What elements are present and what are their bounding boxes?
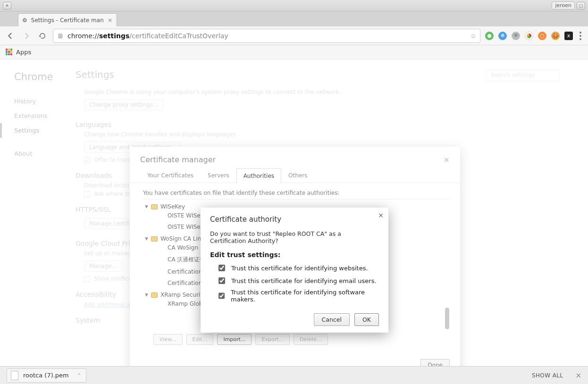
browser-toolbar: 🗎 chrome://settings/certificateEditCaTru… — [0, 26, 588, 45]
file-icon — [11, 371, 18, 380]
window-close-icon[interactable]: ✕ — [3, 2, 11, 9]
ok-button[interactable]: OK — [354, 313, 379, 326]
trust-email-checkbox[interactable]: Trust this certificate for identifying e… — [217, 276, 379, 285]
extension-icon[interactable] — [525, 32, 533, 40]
trust-settings-label: Edit trust settings: — [210, 251, 379, 259]
edit-button[interactable]: Edit... — [186, 334, 214, 345]
folder-icon — [151, 292, 158, 298]
folder-icon — [151, 204, 158, 209]
tab-others[interactable]: Others — [281, 168, 314, 183]
tab-close-icon[interactable]: × — [108, 17, 113, 24]
extension-icon[interactable]: ○ — [538, 32, 546, 40]
view-button[interactable]: View... — [153, 334, 183, 345]
cert-manager-tabs: Your Certificates Servers Authorities Ot… — [130, 168, 460, 183]
done-button[interactable]: Done — [420, 359, 450, 366]
window-maximize-icon[interactable]: □ — [577, 2, 585, 9]
url-text: chrome://settings/certificateEditCaTrust… — [67, 32, 466, 40]
delete-button[interactable]: Delete... — [294, 334, 328, 345]
show-all-downloads-button[interactable]: SHOW ALL — [532, 372, 563, 379]
caret-down-icon: ▼ — [145, 236, 148, 241]
download-item[interactable]: rootca (7).pem ⌃ — [7, 368, 86, 383]
extension-icon[interactable]: ● — [485, 32, 494, 40]
extension-icon[interactable]: x — [564, 32, 573, 40]
os-titlebar: ✕ jeroen □ — [0, 0, 588, 11]
chevron-up-icon[interactable]: ⌃ — [77, 373, 81, 378]
cancel-button[interactable]: Cancel — [314, 313, 350, 326]
caret-down-icon: ▼ — [145, 204, 148, 209]
bookmark-star-icon[interactable]: ☆ — [470, 32, 476, 40]
trust-websites-checkbox[interactable]: Trust this certificate for identifying w… — [217, 263, 379, 273]
address-bar[interactable]: 🗎 chrome://settings/certificateEditCaTru… — [53, 29, 480, 43]
gear-icon: ⚙ — [22, 17, 27, 24]
cert-manager-title: Certificate manager — [140, 155, 216, 164]
reload-button[interactable] — [37, 30, 48, 42]
apps-label[interactable]: Apps — [16, 49, 31, 56]
caret-down-icon: ▼ — [145, 292, 148, 297]
forward-button[interactable] — [21, 30, 32, 42]
browser-tabstrip: ⚙ Settings - Certificate man × — [0, 11, 588, 26]
cert-action-row: View... Edit... Import... Export... Dele… — [143, 331, 450, 348]
import-button[interactable]: Import... — [217, 334, 252, 345]
tab-your-certificates[interactable]: Your Certificates — [140, 168, 201, 183]
extension-icon[interactable]: 👁 — [512, 32, 520, 40]
checkbox-icon[interactable] — [218, 265, 225, 271]
extension-icon[interactable]: 🍪 — [551, 32, 560, 40]
tab-authorities[interactable]: Authorities — [236, 168, 281, 183]
scrollbar[interactable] — [444, 200, 450, 331]
page-content: Chrome History Extensions Settings About… — [0, 59, 588, 366]
scrollbar-thumb[interactable] — [445, 308, 449, 329]
page-icon: 🗎 — [57, 32, 64, 40]
checkbox-icon[interactable] — [218, 277, 225, 284]
dialog-close-icon[interactable]: × — [378, 211, 384, 219]
checkbox-icon[interactable] — [218, 292, 225, 299]
os-user-label[interactable]: jeroen — [552, 1, 575, 9]
extension-icons: ● ❄ 👁 ○ 🍪 x — [485, 30, 583, 42]
tab-title: Settings - Certificate man — [31, 17, 104, 24]
download-shelf: rootca (7).pem ⌃ SHOW ALL × — [0, 366, 588, 384]
trust-dialog-question: Do you want to trust "Repleo ROOT CA" as… — [210, 230, 379, 244]
bookmarks-bar: Apps — [0, 45, 588, 59]
trust-software-checkbox[interactable]: Trust this certificate for identifying s… — [217, 289, 379, 303]
extension-icon[interactable]: ❄ — [498, 32, 507, 40]
export-button[interactable]: Export... — [255, 334, 290, 345]
trust-dialog-title: Certificate authority — [210, 215, 379, 224]
browser-tab[interactable]: ⚙ Settings - Certificate man × — [18, 13, 117, 26]
cert-manager-close-icon[interactable]: × — [444, 155, 450, 164]
download-filename: rootca (7).pem — [23, 372, 69, 379]
tab-servers[interactable]: Servers — [201, 168, 236, 183]
shelf-close-icon[interactable]: × — [575, 371, 581, 380]
apps-icon[interactable] — [6, 49, 13, 56]
cert-list-description: You have certificates on file that ident… — [143, 190, 450, 196]
folder-icon — [151, 236, 158, 242]
trust-ca-dialog: × Certificate authority Do you want to t… — [201, 208, 388, 333]
chrome-menu-icon[interactable] — [578, 30, 583, 42]
back-button[interactable] — [5, 30, 16, 42]
